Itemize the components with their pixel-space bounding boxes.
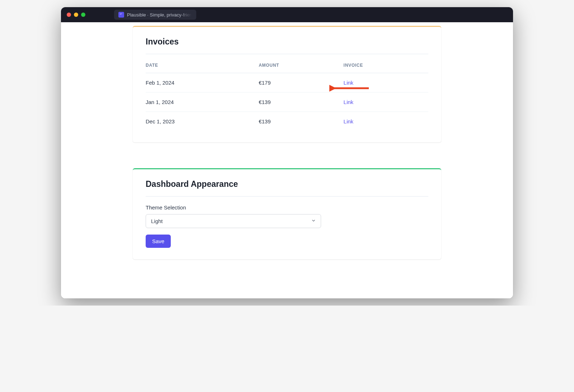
appearance-card: Dashboard Appearance Theme Selection Lig…: [133, 168, 441, 259]
invoice-amount: €179: [259, 73, 343, 93]
invoices-header-amount: AMOUNT: [259, 56, 343, 73]
page-viewport[interactable]: Invoices DATE AMOUNT INVOICE Feb 1, 2024…: [61, 22, 513, 298]
traffic-lights: [67, 13, 85, 17]
theme-select[interactable]: Light: [146, 214, 321, 228]
invoices-card: Invoices DATE AMOUNT INVOICE Feb 1, 2024…: [133, 26, 441, 142]
invoices-table: DATE AMOUNT INVOICE Feb 1, 2024 €179 Lin…: [146, 56, 428, 131]
browser-window: Plausible · Simple, privacy-frien Invoic…: [61, 7, 513, 298]
table-row: Dec 1, 2023 €139 Link: [146, 112, 428, 131]
invoice-date: Jan 1, 2024: [146, 93, 259, 112]
invoice-link[interactable]: Link: [344, 118, 354, 124]
titlebar: Plausible · Simple, privacy-frien: [61, 7, 513, 22]
window-minimize-button[interactable]: [74, 13, 78, 17]
invoice-amount: €139: [259, 93, 343, 112]
window-maximize-button[interactable]: [81, 13, 85, 17]
table-row: Jan 1, 2024 €139 Link: [146, 93, 428, 112]
invoices-header-date: DATE: [146, 56, 259, 73]
theme-select-wrap: Light: [146, 214, 321, 228]
browser-tab[interactable]: Plausible · Simple, privacy-frien: [114, 10, 196, 20]
theme-label: Theme Selection: [146, 204, 428, 211]
plausible-favicon-icon: [118, 12, 124, 18]
invoice-date: Feb 1, 2024: [146, 73, 259, 93]
table-row: Feb 1, 2024 €179 Link: [146, 73, 428, 93]
invoice-amount: €139: [259, 112, 343, 131]
tab-title: Plausible · Simple, privacy-frien: [127, 12, 192, 18]
save-button[interactable]: Save: [146, 235, 171, 248]
invoice-link[interactable]: Link: [344, 99, 354, 105]
invoices-title: Invoices: [146, 37, 428, 54]
window-close-button[interactable]: [67, 13, 71, 17]
appearance-title: Dashboard Appearance: [146, 179, 428, 197]
invoice-link[interactable]: Link: [344, 80, 354, 86]
invoices-header-invoice: INVOICE: [344, 56, 428, 73]
invoice-date: Dec 1, 2023: [146, 112, 259, 131]
